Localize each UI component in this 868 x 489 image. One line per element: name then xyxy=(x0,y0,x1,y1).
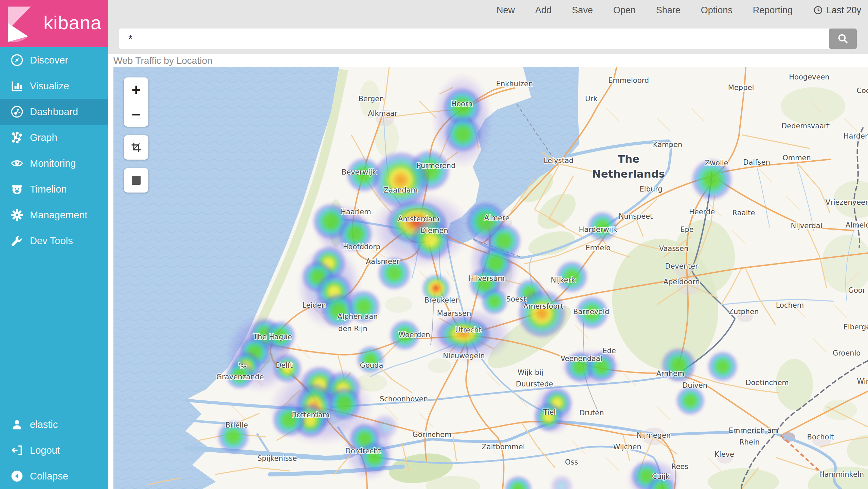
map-canvas[interactable]: BergenAlkmaarHoornEnkhuizenUrkEmmeloordM… xyxy=(113,67,868,489)
heat-blob xyxy=(410,219,452,261)
heat-blob xyxy=(217,420,250,453)
crop-icon xyxy=(130,142,142,153)
heat-blob xyxy=(587,211,618,242)
menu-new[interactable]: New xyxy=(496,5,515,16)
timelion-bear-icon xyxy=(4,182,30,196)
menu-share[interactable]: Share xyxy=(656,5,681,16)
sidebar-item-visualize[interactable]: Visualize xyxy=(0,73,108,99)
logout-icon xyxy=(4,443,30,457)
heat-blob xyxy=(422,274,450,303)
heat-blob xyxy=(372,413,399,440)
menu-reporting[interactable]: Reporting xyxy=(753,5,793,16)
sidebar-item-devtools[interactable]: Dev Tools xyxy=(0,228,108,254)
menu-open[interactable]: Open xyxy=(613,5,636,16)
heat-blob xyxy=(359,442,390,473)
menu-add[interactable]: Add xyxy=(535,5,551,16)
graph-network-icon xyxy=(4,131,30,144)
heat-blob xyxy=(707,351,738,382)
sidebar-item-logout[interactable]: Logout xyxy=(0,437,108,463)
heat-blob xyxy=(661,347,696,383)
dashboard-icon xyxy=(4,105,30,119)
search-icon xyxy=(836,32,849,45)
heat-blob xyxy=(556,260,588,293)
heat-blob xyxy=(272,403,306,437)
heat-blob xyxy=(575,296,609,330)
stop-button[interactable] xyxy=(124,168,148,193)
heat-blob xyxy=(436,316,490,351)
map-panel: BergenAlkmaarHoornEnkhuizenUrkEmmeloordM… xyxy=(113,67,868,489)
panel-title: Web Traffic by Location xyxy=(113,55,213,66)
heat-blob xyxy=(225,361,254,390)
menu-save[interactable]: Save xyxy=(572,5,593,16)
dashboard-menu: New Add Save Open Share Options Reportin… xyxy=(496,2,861,18)
heat-blob xyxy=(586,351,617,383)
kibana-logo[interactable]: kibana xyxy=(0,0,108,47)
heat-blob xyxy=(675,386,705,416)
timepicker-button[interactable]: Last 20y xyxy=(813,5,861,16)
wrench-icon xyxy=(4,234,30,248)
zoom-out-button[interactable]: − xyxy=(124,102,148,127)
user-icon xyxy=(4,418,30,431)
sidebar-item-dashboard[interactable]: Dashboard xyxy=(0,99,108,125)
draw-filter-button[interactable] xyxy=(124,135,148,160)
top-bar: New Add Save Open Share Options Reportin… xyxy=(108,0,868,54)
search-button[interactable] xyxy=(829,29,857,49)
timepicker-label: Last 20y xyxy=(827,5,861,16)
sidebar-item-collapse[interactable]: Collapse xyxy=(0,463,108,489)
eye-icon xyxy=(4,157,30,170)
sidebar-footer: elastic Logout Collapse xyxy=(0,412,108,489)
zoom-in-button[interactable]: + xyxy=(124,77,148,102)
heat-blob xyxy=(389,320,420,351)
query-input[interactable] xyxy=(119,29,830,49)
kibana-app: kibana Discover Visualize Dashboard Grap… xyxy=(0,0,868,489)
sidebar-item-monitoring[interactable]: Monitoring xyxy=(0,150,108,176)
stop-square-icon xyxy=(132,176,141,185)
sidebar: kibana Discover Visualize Dashboard Grap… xyxy=(0,0,108,489)
gear-icon xyxy=(4,208,30,222)
clock-icon xyxy=(813,5,823,15)
kibana-wordmark: kibana xyxy=(43,12,102,34)
heat-blob xyxy=(377,256,411,290)
query-bar xyxy=(119,29,857,49)
bar-chart-icon xyxy=(4,79,30,93)
compass-icon xyxy=(4,53,30,67)
sidebar-item-user[interactable]: elastic xyxy=(0,412,108,437)
heat-blob xyxy=(444,115,482,153)
sidebar-item-graph[interactable]: Graph xyxy=(0,125,108,150)
menu-options[interactable]: Options xyxy=(701,5,733,16)
heat-blob xyxy=(338,216,373,252)
sidebar-item-discover[interactable]: Discover xyxy=(0,47,108,73)
sidebar-item-timelion[interactable]: Timelion xyxy=(0,176,108,202)
collapse-icon xyxy=(4,469,30,483)
heat-blob xyxy=(691,159,733,201)
sidebar-item-management[interactable]: Management xyxy=(0,202,108,228)
heat-blob xyxy=(534,402,563,432)
heat-blob xyxy=(356,345,385,374)
kibana-logo-icon xyxy=(7,5,36,43)
heat-blob xyxy=(518,289,566,338)
heat-blob xyxy=(481,288,508,315)
heat-blob xyxy=(347,290,381,324)
map-zoom-control: + − xyxy=(124,77,148,127)
